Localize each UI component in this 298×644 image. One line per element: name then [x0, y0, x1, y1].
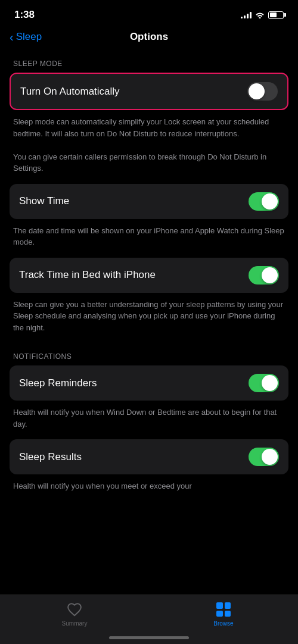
back-label: Sleep	[16, 31, 42, 43]
toggle-label-show-time: Show Time	[19, 195, 69, 207]
toggle-knob	[262, 193, 278, 210]
section-header-notifications: NOTIFICATIONS	[10, 343, 288, 365]
toggle-label-track-time-in-bed: Track Time in Bed with iPhone	[19, 269, 156, 281]
nav-header: ‹ Sleep Options	[0, 26, 298, 50]
heart-icon	[66, 601, 83, 618]
toggle-knob	[262, 267, 278, 283]
toggle-switch-sleep-reminders[interactable]	[249, 374, 279, 392]
page-title: Options	[130, 31, 168, 43]
toggle-switch-turn-on-automatically[interactable]	[247, 82, 278, 101]
toggle-row-track-time-in-bed: Track Time in Bed with iPhone	[10, 258, 288, 293]
back-button[interactable]: ‹ Sleep	[10, 31, 42, 43]
description-turn-on-automatically: Sleep mode can automatically simplify yo…	[10, 111, 288, 184]
toggle-label-sleep-results: Sleep Results	[19, 451, 82, 463]
content-area: SLEEP MODE Turn On Automatically Sleep m…	[0, 50, 298, 583]
toggle-row-sleep-results: Sleep Results	[10, 439, 288, 474]
browse-icon	[215, 601, 232, 618]
tab-summary-label: Summary	[62, 620, 88, 627]
description-track-time-in-bed: Sleep can give you a better understandin…	[10, 294, 288, 343]
toggle-switch-sleep-results[interactable]	[249, 448, 279, 466]
wifi-icon	[255, 11, 265, 18]
status-icons	[241, 11, 284, 19]
description-sleep-results: Health will notify you when you meet or …	[10, 476, 288, 502]
section-header-sleep-mode: SLEEP MODE	[10, 50, 288, 73]
toggle-knob	[249, 83, 265, 99]
tab-summary[interactable]: Summary	[57, 601, 92, 627]
toggle-label-turn-on-automatically: Turn On Automatically	[20, 86, 120, 98]
toggle-label-sleep-reminders: Sleep Reminders	[19, 377, 97, 389]
description-sleep-reminders: Health will notify you when Wind Down or…	[10, 402, 288, 439]
description-show-time: The date and time will be shown on your …	[10, 220, 288, 258]
signal-icon	[241, 11, 252, 18]
status-bar: 1:38	[0, 0, 298, 26]
back-chevron-icon: ‹	[10, 31, 14, 43]
battery-icon	[268, 11, 284, 19]
toggle-row-sleep-reminders: Sleep Reminders	[10, 365, 288, 401]
status-time: 1:38	[14, 9, 35, 21]
tab-browse-label: Browse	[213, 620, 233, 627]
toggle-row-show-time: Show Time	[10, 184, 288, 219]
toggle-switch-show-time[interactable]	[249, 192, 279, 211]
tab-browse[interactable]: Browse	[206, 601, 241, 627]
toggle-row-turn-on-automatically: Turn On Automatically	[10, 73, 288, 110]
toggle-switch-track-time-in-bed[interactable]	[249, 266, 279, 285]
toggle-knob	[262, 375, 278, 391]
toggle-knob	[262, 449, 278, 465]
home-indicator	[109, 636, 189, 639]
